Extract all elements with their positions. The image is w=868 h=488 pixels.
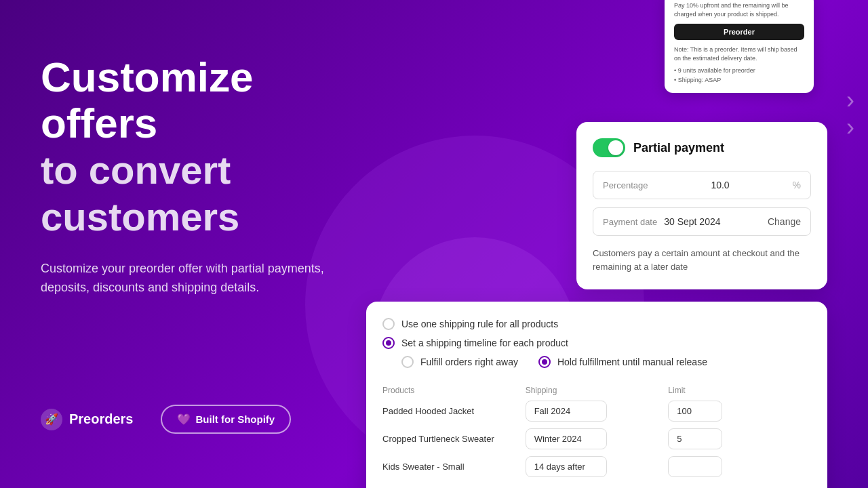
headline-line1: Customize [41,54,253,100]
shipping-option-1-label: Use one shipping rule for all products [401,319,558,329]
mini-card-note: Note: This is a preorder. Items will shi… [674,45,804,62]
shipping-card: Use one shipping rule for all products S… [366,302,827,488]
headline-line2: offers [41,100,157,146]
shipping-input-2[interactable] [526,428,607,449]
col-header-limit: Limit [668,386,811,395]
headline-line3: to convert [41,148,231,192]
product-name-1: Padded Hooded Jacket [382,406,526,416]
mini-preorder-button[interactable]: Preorder [674,24,804,40]
partial-payment-toggle[interactable] [593,138,625,157]
table-row: Kids Sweater - Small [382,456,811,477]
headline-line4: customers [41,195,239,239]
payment-date-value: 30 Sept 2024 [664,216,720,227]
sub-option-2-label: Hold fulfillment until manual release [557,357,707,367]
mini-card-description: Pay 10% upfront and the remaining will b… [674,1,804,18]
mini-preview-card: Pay 10% upfront and the remaining will b… [665,0,814,93]
percentage-label: Percentage [603,180,648,190]
mini-bullet-1: 9 units available for preorder [674,66,804,76]
decorative-arrows: › › [846,88,854,140]
brand-logo: 🚀 Preorders [41,409,134,430]
limit-input-3[interactable] [668,456,722,477]
sub-radio-group: Fulfill orders right away Hold fulfillme… [401,356,811,375]
brand-name: Preorders [69,411,134,427]
sub-radio-circle-2[interactable] [538,356,551,368]
chevron-icon-1: › [846,88,854,113]
limit-input-2[interactable] [668,428,722,449]
payment-date-row: Payment date 30 Sept 2024 Change [593,207,811,236]
left-panel: Customize offers to convert customers Cu… [0,0,393,488]
partial-payment-description: Customers pay a certain amount at checko… [593,247,811,273]
sub-option-1-label: Fulfill orders right away [420,357,518,367]
radio-circle-2[interactable] [382,337,395,349]
partial-payment-card: Partial payment Percentage 10.0 % Paymen… [576,122,827,289]
sub-option-2[interactable]: Hold fulfillment until manual release [538,356,707,368]
shipping-input-3[interactable] [526,456,607,477]
radio-circle-1[interactable] [382,318,395,330]
shipping-input-1[interactable] [526,401,607,422]
rocket-icon: 🚀 [41,409,62,430]
table-header: Products Shipping Limit [382,386,811,395]
sub-radio-circle-1[interactable] [401,356,414,368]
built-for-shopify-label: Built for Shopify [196,413,275,425]
percentage-suffix: % [793,180,801,190]
shopify-icon: 💜 [177,413,191,426]
table-row: Padded Hooded Jacket [382,401,811,422]
product-name-2: Cropped Turtleneck Sweater [382,434,526,444]
limit-input-1[interactable] [668,401,722,422]
chevron-icon-2: › [846,115,854,140]
mini-bullet-2: Shipping: ASAP [674,76,804,85]
shipping-option-1[interactable]: Use one shipping rule for all products [382,318,811,330]
date-left: Payment date 30 Sept 2024 [603,216,721,227]
shipping-radio-group: Use one shipping rule for all products S… [382,318,811,349]
col-header-products: Products [382,386,526,395]
table-row: Cropped Turtleneck Sweater [382,428,811,449]
subtext: Customize your preorder offer with parti… [41,260,326,298]
card-title: Partial payment [633,141,724,155]
shipping-option-2-label: Set a shipping timeline for each product [401,338,568,348]
bottom-bar: 🚀 Preorders 💜 Built for Shopify [41,405,353,434]
col-header-shipping: Shipping [526,386,669,395]
shipping-option-2[interactable]: Set a shipping timeline for each product [382,337,811,349]
headline: Customize offers to convert customers [41,54,353,239]
product-name-3: Kids Sweater - Small [382,462,526,472]
right-panel: › › Pay 10% upfront and the remaining wi… [353,0,868,488]
sub-option-1[interactable]: Fulfill orders right away [401,356,518,368]
payment-date-label: Payment date [603,217,657,227]
percentage-value[interactable]: 10.0 [711,180,729,190]
percentage-input-row: Percentage 10.0 % [593,171,811,199]
built-for-shopify-button[interactable]: 💜 Built for Shopify [161,405,292,434]
change-date-button[interactable]: Change [768,216,801,227]
card-header: Partial payment [593,138,811,157]
